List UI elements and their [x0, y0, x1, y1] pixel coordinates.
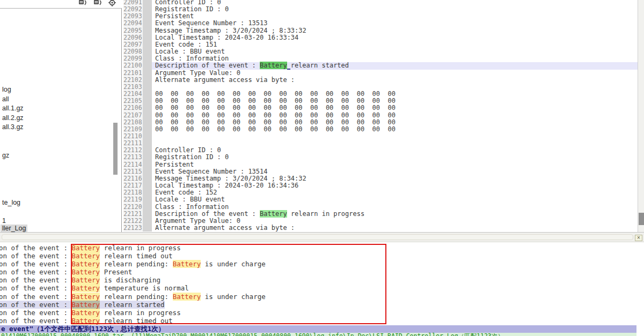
search-summary-bar[interactable]: e event"（1个文件中匹配到1123次，总计查找1次）: [0, 325, 636, 333]
line-number: 22121: [123, 211, 143, 218]
fold-margin[interactable]: [143, 175, 152, 182]
editor-line-text[interactable]: Local Timestamp : 2024-03-20 16:34:36: [152, 182, 638, 189]
editor-scrollbar-thumb[interactable]: [639, 213, 644, 225]
file-list-item[interactable]: all.2.gz: [1, 114, 25, 122]
fold-margin[interactable]: [143, 112, 152, 119]
file-list-item[interactable]: te_log: [1, 199, 22, 207]
fold-margin[interactable]: [143, 147, 152, 154]
editor-line-text[interactable]: Registration ID : 0: [152, 154, 638, 161]
fold-margin[interactable]: [143, 27, 152, 34]
result-row[interactable]: on of the event : Battery is discharging: [0, 276, 638, 284]
line-number: 22109: [123, 126, 143, 133]
sidebar-scrollbar-thumb[interactable]: [113, 123, 118, 175]
editor-line-text[interactable]: Registration ID : 0: [152, 6, 638, 13]
fold-margin[interactable]: [143, 161, 152, 168]
result-row[interactable]: on of the event : Battery relearn timed …: [0, 317, 638, 325]
result-row[interactable]: on of the event : Battery temperature is…: [0, 284, 638, 292]
result-text: relearn pending:: [100, 293, 172, 301]
fold-margin[interactable]: [143, 225, 152, 232]
close-icon[interactable]: ×: [635, 235, 642, 241]
line-number: 22119: [123, 196, 143, 203]
fold-margin[interactable]: [143, 77, 152, 84]
result-row[interactable]: on of the event : Battery relearn in pro…: [0, 309, 638, 317]
fold-margin[interactable]: [143, 62, 152, 69]
file-list-item[interactable]: all.3.gz: [1, 123, 25, 131]
result-text: relearn in progress: [100, 244, 181, 252]
fold-margin[interactable]: [143, 168, 152, 175]
line-number: 22113: [123, 154, 143, 161]
result-prefix: on of the event :: [0, 293, 71, 301]
fold-margin[interactable]: [143, 119, 152, 126]
editor-line-text[interactable]: [152, 133, 638, 140]
result-prefix: on of the event :: [0, 268, 71, 276]
search-file-path: 01410M617000015-00040800-1690.tar (11)Me…: [0, 333, 636, 336]
fold-margin[interactable]: [143, 189, 152, 196]
result-row[interactable]: on of the event : Battery relearn pendin…: [0, 260, 638, 268]
fold-margin[interactable]: [143, 196, 152, 203]
file-list-item[interactable]: log: [1, 86, 13, 94]
export-log-icon-2[interactable]: [93, 0, 103, 9]
editor-line-text[interactable]: Alternate argument access via byte :: [152, 225, 638, 232]
result-row[interactable]: on of the event : Battery relearn in pro…: [0, 244, 638, 252]
fold-margin[interactable]: [143, 55, 152, 62]
result-text: is under charge: [201, 293, 265, 301]
fold-margin[interactable]: [143, 13, 152, 20]
fold-margin[interactable]: [143, 126, 152, 133]
search-results-panel: on of the event : Battery relearn in pro…: [0, 242, 638, 325]
editor-line-text[interactable]: [152, 140, 638, 147]
editor-line: 22123Alternate argument access via byte …: [123, 225, 638, 232]
editor-line-text[interactable]: 00 00 00 00 00 00 00 00 00 00 00 00 00 0…: [152, 126, 638, 133]
editor-line-text[interactable]: Alternate argument access via byte :: [152, 77, 638, 84]
fold-margin[interactable]: [143, 34, 152, 41]
fold-margin[interactable]: [143, 98, 152, 104]
fold-margin[interactable]: [143, 70, 152, 77]
line-number: 22106: [123, 104, 143, 111]
results-panel-header[interactable]: ×: [0, 232, 644, 242]
fold-margin[interactable]: [143, 218, 152, 225]
editor-line: 22110: [123, 133, 638, 140]
export-log-icon[interactable]: [78, 0, 87, 9]
fold-margin[interactable]: [143, 211, 152, 218]
result-hit-keyword: Battery: [71, 309, 100, 317]
fold-margin[interactable]: [143, 6, 152, 13]
file-list-item[interactable]: all: [1, 95, 11, 103]
result-prefix: on of the event :: [0, 317, 71, 325]
search-match-highlight: Battery: [260, 210, 287, 218]
editor-scrollbar[interactable]: [638, 0, 644, 232]
fold-margin[interactable]: [143, 182, 152, 189]
fold-margin[interactable]: [143, 133, 152, 140]
fold-margin[interactable]: [143, 154, 152, 161]
line-number: 22107: [123, 112, 143, 119]
log-editor[interactable]: 22091Controller ID : 022092Registration …: [123, 0, 638, 232]
fold-margin[interactable]: [143, 0, 152, 6]
editor-line: 22092Registration ID : 0: [123, 6, 638, 13]
result-row[interactable]: on of the event : Battery relearn timed …: [0, 252, 638, 260]
fold-margin[interactable]: [143, 20, 152, 27]
editor-line: 2210900 00 00 00 00 00 00 00 00 00 00 00…: [123, 126, 638, 133]
fold-margin[interactable]: [143, 48, 152, 55]
result-hit-keyword: Battery: [71, 293, 100, 301]
line-number: 22094: [123, 20, 143, 27]
line-number: 22108: [123, 119, 143, 126]
result-text: relearn timed out: [100, 252, 172, 260]
fold-margin[interactable]: [143, 41, 152, 48]
result-hit-keyword: Battery: [71, 284, 100, 292]
splitter-handle[interactable]: [2, 234, 633, 240]
result-row[interactable]: on of the event : Battery relearn pendin…: [0, 293, 638, 301]
fold-margin[interactable]: [143, 140, 152, 147]
file-list-item[interactable]: 1: [1, 217, 8, 225]
line-number: 22095: [123, 27, 143, 34]
file-list-item[interactable]: all.1.gz: [1, 104, 25, 113]
search-file-bar[interactable]: 01410M617000015-00040800-1690.tar (11)Me…: [0, 333, 636, 336]
fold-margin[interactable]: [143, 204, 152, 211]
result-row[interactable]: on of the event : Battery Present: [0, 268, 638, 276]
fold-margin[interactable]: [143, 84, 152, 91]
file-list-item[interactable]: ller_Log: [1, 225, 27, 233]
editor-line-text[interactable]: Local Timestamp : 2024-03-20 16:33:34: [152, 34, 638, 41]
fold-margin[interactable]: [143, 104, 152, 111]
result-prefix: on of the event :: [0, 284, 71, 292]
file-list-item[interactable]: gz: [1, 152, 11, 160]
fold-margin[interactable]: [143, 91, 152, 98]
result-row[interactable]: on of the event : Battery relearn starte…: [0, 301, 638, 309]
locate-icon[interactable]: [108, 0, 116, 9]
